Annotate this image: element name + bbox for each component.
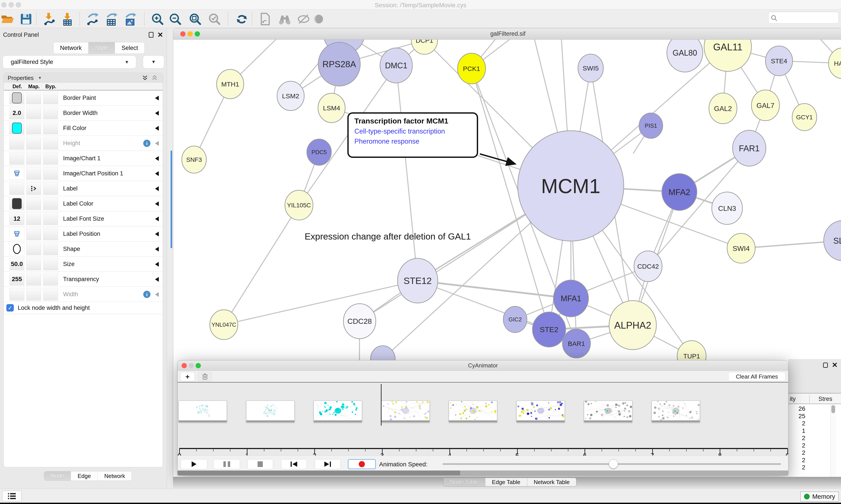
default-value-cell[interactable]: 12: [10, 212, 24, 225]
table-col-connectivity[interactable]: ity: [790, 396, 796, 402]
import-network-button[interactable]: [41, 12, 56, 26]
info-icon[interactable]: i: [143, 140, 150, 147]
panel-divider-handle[interactable]: [171, 151, 172, 248]
mapping-cell[interactable]: [26, 91, 41, 104]
bypass-cell[interactable]: [43, 107, 58, 119]
default-value-cell[interactable]: [10, 288, 24, 301]
property-row-height[interactable]: Heighti: [4, 136, 163, 151]
mapping-cell[interactable]: [26, 273, 41, 286]
lock-size-checkbox[interactable]: ✓: [6, 304, 14, 311]
playhead[interactable]: [381, 384, 381, 426]
network-edge[interactable]: [396, 66, 418, 281]
network-node-cdc28[interactable]: CDC28: [343, 304, 376, 339]
tab-network-table[interactable]: Network Table: [527, 478, 576, 486]
column-divider[interactable]: [809, 395, 810, 403]
close-panel-icon[interactable]: ✕: [157, 31, 163, 39]
mapping-cell[interactable]: [26, 167, 41, 180]
mapping-cell[interactable]: [26, 258, 41, 270]
default-value-cell[interactable]: [10, 122, 24, 134]
mapping-cell[interactable]: [26, 107, 41, 119]
delete-frame-button[interactable]: [198, 372, 212, 381]
network-node-yil105c[interactable]: YIL105C: [285, 190, 313, 220]
property-row-width[interactable]: Widthi: [4, 287, 163, 302]
refresh-button[interactable]: [234, 12, 249, 26]
property-row-fill-color[interactable]: Fill Color: [4, 121, 163, 136]
property-row-label[interactable]: Label: [4, 181, 163, 196]
network-node-far1[interactable]: FAR1: [733, 130, 766, 166]
network-node-gcy1[interactable]: GCY1: [792, 104, 817, 131]
expand-all-icon[interactable]: [142, 75, 148, 81]
slider-thumb[interactable]: [609, 459, 618, 469]
network-node-ste2[interactable]: STE2: [532, 312, 566, 347]
network-node-rps28a[interactable]: RPS28A: [318, 42, 360, 86]
default-value-cell[interactable]: [10, 242, 24, 255]
expand-row-icon[interactable]: [155, 111, 159, 115]
mapping-cell[interactable]: [26, 137, 41, 149]
network-node-alpha2[interactable]: ALPHA2: [609, 301, 656, 350]
network-node-mth1[interactable]: MTH1: [217, 69, 244, 99]
play-button[interactable]: [181, 459, 208, 469]
bypass-cell[interactable]: [43, 91, 58, 104]
task-history-button[interactable]: [2, 491, 21, 502]
network-node-bar1[interactable]: BAR1: [562, 329, 590, 358]
tab-network[interactable]: Network: [53, 42, 88, 54]
table-col-stress[interactable]: Stres: [819, 396, 832, 402]
network-node-dmc1[interactable]: DMC1: [380, 48, 412, 83]
file-action-button[interactable]: [257, 12, 272, 26]
clear-all-frames-button[interactable]: Clear All Frames: [728, 372, 786, 381]
network-node-gal11[interactable]: GAL11: [704, 40, 751, 71]
float-panel-icon[interactable]: [149, 32, 154, 38]
network-node-ste4[interactable]: STE4: [766, 46, 793, 76]
mapping-cell[interactable]: [26, 122, 41, 134]
mapping-cell[interactable]: [26, 197, 41, 210]
property-row-shape[interactable]: Shape: [4, 241, 163, 257]
bypass-cell[interactable]: [43, 288, 58, 301]
bypass-cell[interactable]: [43, 152, 58, 165]
network-node-gic2[interactable]: GIC2: [503, 306, 527, 332]
skip-to-start-button[interactable]: [281, 459, 307, 469]
table-cell-value[interactable]: 1: [789, 427, 805, 434]
property-row-image-chart-1[interactable]: Image/Chart 1: [4, 151, 163, 166]
bypass-cell[interactable]: [43, 212, 58, 225]
expand-row-icon[interactable]: [155, 96, 159, 101]
default-value-cell[interactable]: [10, 91, 24, 104]
mapping-cell[interactable]: [26, 242, 41, 255]
default-value-cell[interactable]: [10, 197, 24, 210]
memory-indicator[interactable]: Memory: [800, 491, 839, 502]
default-value-cell[interactable]: [10, 228, 24, 240]
tab-style[interactable]: Style: [88, 42, 115, 54]
table-cell-value[interactable]: 2: [789, 420, 805, 427]
open-session-button[interactable]: [0, 12, 15, 26]
add-frame-button[interactable]: +: [180, 372, 195, 381]
expand-row-icon[interactable]: [155, 141, 159, 146]
default-value-cell[interactable]: 2.0: [10, 107, 24, 119]
hide-button[interactable]: [296, 12, 311, 26]
tab-edge-table[interactable]: Edge Table: [485, 478, 527, 486]
expand-row-icon[interactable]: [155, 292, 159, 297]
info-icon[interactable]: i: [143, 291, 150, 298]
property-row-label-position[interactable]: Label Position: [4, 227, 163, 241]
zoom-out-button[interactable]: [167, 12, 183, 26]
property-row-image-chart-position-1[interactable]: Image/Chart Position 1: [4, 166, 163, 181]
bypass-cell[interactable]: [43, 258, 58, 270]
table-cell-value[interactable]: 2: [789, 457, 805, 464]
expand-row-icon[interactable]: [155, 217, 159, 221]
network-node-gal80[interactable]: GAL80: [667, 40, 703, 72]
network-node-cln3[interactable]: CLN3: [712, 192, 742, 224]
expand-row-icon[interactable]: [155, 156, 159, 161]
bypass-cell[interactable]: [43, 122, 58, 134]
network-node-pis1[interactable]: PIS1: [639, 113, 663, 138]
property-row-transparency[interactable]: 255Transparency: [4, 272, 163, 287]
tab-edge[interactable]: Edge: [71, 471, 97, 481]
network-edge[interactable]: [224, 205, 299, 325]
table-cell-value[interactable]: 2: [789, 464, 805, 471]
tab-network-bottom[interactable]: Network: [97, 471, 132, 481]
default-value-cell[interactable]: [10, 167, 24, 180]
style-selector[interactable]: galFiltered Style ▾: [3, 55, 136, 69]
network-node-ste12[interactable]: STE12: [397, 258, 438, 303]
tab-node-table[interactable]: Node Table: [443, 478, 485, 486]
tab-node[interactable]: Node: [44, 471, 71, 481]
property-row-size[interactable]: 50.0Size: [4, 257, 163, 272]
expand-row-icon[interactable]: [155, 232, 159, 236]
scrollbar-thumb[interactable]: [831, 405, 835, 413]
